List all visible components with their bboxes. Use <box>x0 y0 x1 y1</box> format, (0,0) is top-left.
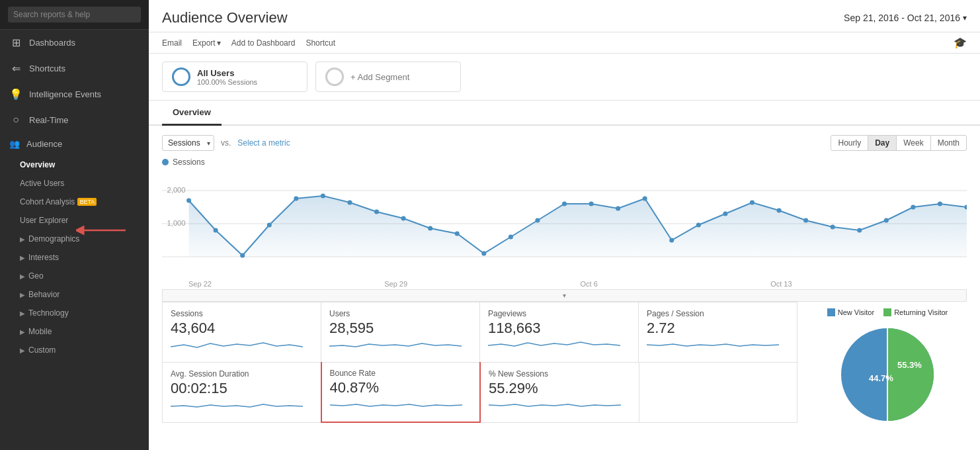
chart-area: Sessions vs. Select a metric Hourly Day … <box>149 126 980 302</box>
sidebar-sub-cohort[interactable]: Cohort Analysis BETA <box>0 193 149 211</box>
sidebar-sub-user-explorer[interactable]: User Explorer <box>0 211 149 230</box>
sidebar-sub-technology[interactable]: ▶ Technology <box>0 304 149 322</box>
date-range-arrow-icon: ▾ <box>963 13 967 22</box>
sidebar-item-intelligence[interactable]: 💡 Intelligence Events <box>0 81 149 107</box>
svg-point-6 <box>214 228 218 233</box>
tab-row: Overview <box>149 101 980 126</box>
shortcut-button[interactable]: Shortcut <box>306 37 335 49</box>
sidebar-sub-mobile[interactable]: ▶ Mobile <box>0 322 149 341</box>
pageviews-sparkline <box>488 337 630 353</box>
technology-arrow-icon: ▶ <box>20 310 25 317</box>
svg-point-8 <box>267 223 272 228</box>
new-sessions-sparkline <box>489 397 631 414</box>
date-range-label: Sep 21, 2016 - Oct 21, 2016 <box>844 13 960 23</box>
search-input[interactable] <box>8 7 141 22</box>
svg-point-25 <box>723 212 727 216</box>
avg-duration-label: Avg. Session Duration <box>171 369 313 379</box>
collapse-button[interactable]: ▾ <box>162 289 967 302</box>
add-segment-label: + Add Segment <box>350 72 409 82</box>
search-section <box>0 0 149 29</box>
svg-point-23 <box>669 238 674 243</box>
users-label: Users <box>329 309 471 318</box>
audience-icon: 👥 <box>9 139 20 149</box>
svg-point-17 <box>509 235 513 240</box>
pageviews-label: Pageviews <box>488 309 630 318</box>
sidebar-item-audience-label: Audience <box>26 139 62 149</box>
new-visitor-label: New Visitor <box>838 308 874 316</box>
sessions-legend-label: Sessions <box>173 158 205 167</box>
metric-pageviews: Pageviews 118,663 <box>479 302 638 363</box>
behavior-label: Behavior <box>28 290 60 299</box>
svg-point-21 <box>616 206 620 211</box>
nav-section: ⊞ Dashboards ⇐ Shortcuts 💡 Intelligence … <box>0 29 149 156</box>
metric-avg-duration: Avg. Session Duration 00:02:15 <box>162 363 321 423</box>
sessions-sparkline <box>171 337 313 353</box>
sidebar-item-shortcuts[interactable]: ⇐ Shortcuts <box>0 56 149 81</box>
pages-session-value: 2.72 <box>647 320 789 337</box>
date-range-picker[interactable]: Sep 21, 2016 - Oct 21, 2016 ▾ <box>844 13 967 23</box>
export-button[interactable]: Export ▾ <box>192 37 221 49</box>
sidebar-sub-custom[interactable]: ▶ Custom <box>0 341 149 359</box>
help-icon[interactable]: 🎓 <box>954 36 967 49</box>
day-button[interactable]: Day <box>868 135 897 151</box>
geo-arrow-icon: ▶ <box>20 273 25 280</box>
sidebar-sub-behavior[interactable]: ▶ Behavior <box>0 285 149 304</box>
main-content: Audience Overview Sep 21, 2016 - Oct 21,… <box>149 0 980 450</box>
pageviews-value: 118,663 <box>488 320 630 337</box>
sidebar-item-audience[interactable]: 👥 Audience <box>0 132 149 156</box>
svg-text:55.3%: 55.3% <box>897 360 922 370</box>
all-users-segment[interactable]: All Users 100.00% Sessions <box>162 62 307 92</box>
chart-svg-wrapper: 2,000 1,000 <box>162 171 967 288</box>
pie-section: New Visitor Returning Visitor 44.7% 55.3… <box>808 302 967 428</box>
svg-point-20 <box>589 202 594 206</box>
metrics-row-2: Avg. Session Duration 00:02:15 Bounce Ra… <box>162 363 797 423</box>
svg-point-9 <box>294 197 298 201</box>
sidebar-sub-geo[interactable]: ▶ Geo <box>0 267 149 285</box>
geo-label: Geo <box>28 271 44 281</box>
page-header: Audience Overview Sep 21, 2016 - Oct 21,… <box>149 0 980 32</box>
sidebar-item-dashboards[interactable]: ⊞ Dashboards <box>0 30 149 56</box>
segment-info: All Users 100.00% Sessions <box>197 68 257 86</box>
segments-row: All Users 100.00% Sessions + Add Segment <box>149 54 980 101</box>
pie-legend: New Visitor Returning Visitor <box>827 308 948 316</box>
email-button[interactable]: Email <box>162 37 182 49</box>
add-segment-box[interactable]: + Add Segment <box>315 62 461 92</box>
sidebar-sub-overview[interactable]: Overview <box>0 156 149 174</box>
week-button[interactable]: Week <box>896 135 930 151</box>
mobile-label: Mobile <box>28 327 52 336</box>
sidebar-sub-demographics[interactable]: ▶ Demographics <box>0 230 149 248</box>
sidebar-item-realtime[interactable]: ○ Real-Time <box>0 107 149 132</box>
hourly-button[interactable]: Hourly <box>831 135 868 151</box>
month-button[interactable]: Month <box>930 135 967 151</box>
pie-legend-returning-visitor: Returning Visitor <box>883 308 948 316</box>
metrics-section: Sessions 43,604 Users 28,595 Pageviews 1… <box>162 302 797 423</box>
metric-select[interactable]: Sessions <box>162 135 214 151</box>
add-to-dashboard-button[interactable]: Add to Dashboard <box>231 37 296 49</box>
avg-duration-value: 00:02:15 <box>171 380 313 397</box>
dashboards-icon: ⊞ <box>9 36 22 49</box>
sessions-value: 43,604 <box>171 320 313 337</box>
svg-text:1,000: 1,000 <box>167 219 186 227</box>
realtime-icon: ○ <box>9 114 22 126</box>
x-label-oct6: Oct 6 <box>580 280 597 288</box>
overview-label: Overview <box>20 160 55 169</box>
sessions-label: Sessions <box>171 309 313 318</box>
demographics-arrow-icon: ▶ <box>20 236 25 243</box>
svg-point-5 <box>186 199 191 203</box>
sessions-legend-dot <box>162 159 169 165</box>
audience-subnav: Overview Active Users Cohort Analysis BE… <box>0 156 149 359</box>
svg-point-29 <box>831 225 835 230</box>
sidebar-sub-interests[interactable]: ▶ Interests <box>0 248 149 267</box>
tab-overview[interactable]: Overview <box>162 101 222 126</box>
returning-visitor-color-box <box>883 308 891 316</box>
bounce-rate-value: 40.87% <box>330 379 472 396</box>
sidebar-sub-active-users[interactable]: Active Users <box>0 174 149 193</box>
x-label-sep29: Sep 29 <box>384 280 407 288</box>
svg-point-14 <box>428 226 432 231</box>
pie-legend-new-visitor: New Visitor <box>827 308 874 316</box>
svg-point-19 <box>562 202 567 206</box>
new-sessions-value: 55.29% <box>489 380 631 397</box>
select-metric-link[interactable]: Select a metric <box>237 138 290 148</box>
users-value: 28,595 <box>329 320 471 337</box>
svg-point-31 <box>884 218 889 223</box>
